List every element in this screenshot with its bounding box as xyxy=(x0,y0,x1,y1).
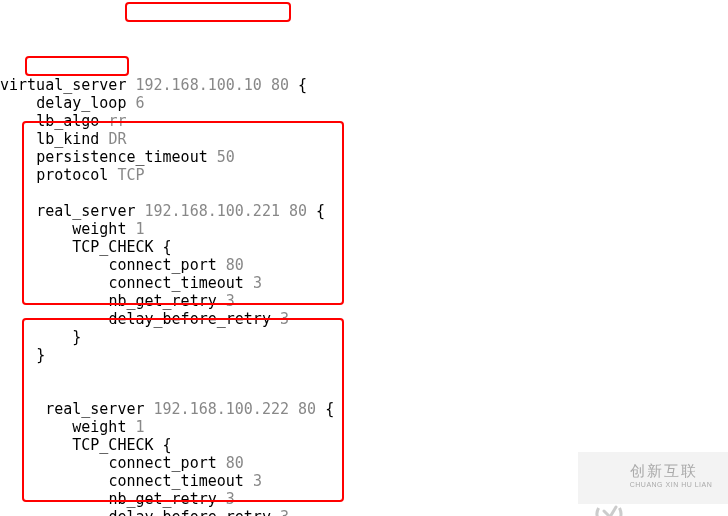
lb-algo-val: rr xyxy=(108,112,126,130)
delay-before-retry-val: 3 xyxy=(280,310,289,328)
delay-loop-key: delay_loop xyxy=(36,94,126,112)
brace: } xyxy=(36,346,45,364)
lb-algo-key: lb_algo xyxy=(36,112,99,130)
delay-before-retry-val: 3 xyxy=(280,508,289,516)
lb-kind-val: DR xyxy=(108,130,126,148)
nb-get-retry-val: 3 xyxy=(226,490,235,508)
brace: { xyxy=(325,400,334,418)
connect-timeout-val: 3 xyxy=(253,274,262,292)
real-server-2-key: real_server xyxy=(45,400,144,418)
vip-address: 192.168.100.10 xyxy=(135,76,261,94)
tcp-check-key: TCP_CHECK xyxy=(72,238,153,256)
virtual-server-key: virtual_server xyxy=(0,76,126,94)
brace: { xyxy=(163,436,172,454)
brace: } xyxy=(72,328,81,346)
connect-port-key: connect_port xyxy=(108,454,216,472)
delay-before-retry-key: delay_before_retry xyxy=(108,310,271,328)
delay-before-retry-key: delay_before_retry xyxy=(108,508,271,516)
watermark-line1: 创新互联 xyxy=(630,464,713,478)
delay-loop-val: 6 xyxy=(135,94,144,112)
highlight-lb-kind xyxy=(25,56,129,76)
watermark: 创新互联 CHUANG XIN HU LIAN xyxy=(578,452,728,504)
connect-port-key: connect_port xyxy=(108,256,216,274)
connect-timeout-val: 3 xyxy=(253,472,262,490)
highlight-vip xyxy=(125,2,291,22)
connect-port-val: 80 xyxy=(226,256,244,274)
protocol-key: protocol xyxy=(36,166,108,184)
rs1-port: 80 xyxy=(289,202,307,220)
connect-timeout-key: connect_timeout xyxy=(108,274,243,292)
rs2-port: 80 xyxy=(298,400,316,418)
rs2-ip: 192.168.100.222 xyxy=(154,400,289,418)
watermark-logo-icon xyxy=(594,463,624,493)
vip-port: 80 xyxy=(271,76,289,94)
brace: { xyxy=(298,76,307,94)
weight-val: 1 xyxy=(135,418,144,436)
persistence-key: persistence_timeout xyxy=(36,148,208,166)
persistence-val: 50 xyxy=(217,148,235,166)
weight-key: weight xyxy=(72,418,126,436)
real-server-1-key: real_server xyxy=(36,202,135,220)
tcp-check-key: TCP_CHECK xyxy=(72,436,153,454)
connect-timeout-key: connect_timeout xyxy=(108,472,243,490)
brace: { xyxy=(316,202,325,220)
nb-get-retry-val: 3 xyxy=(226,292,235,310)
svg-point-0 xyxy=(594,499,624,516)
nb-get-retry-key: nb_get_retry xyxy=(108,292,216,310)
weight-val: 1 xyxy=(135,220,144,238)
rs1-ip: 192.168.100.221 xyxy=(145,202,280,220)
brace: { xyxy=(163,238,172,256)
nb-get-retry-key: nb_get_retry xyxy=(108,490,216,508)
connect-port-val: 80 xyxy=(226,454,244,472)
weight-key: weight xyxy=(72,220,126,238)
lb-kind-key: lb_kind xyxy=(36,130,99,148)
protocol-val: TCP xyxy=(117,166,144,184)
watermark-line2: CHUANG XIN HU LIAN xyxy=(630,478,713,492)
